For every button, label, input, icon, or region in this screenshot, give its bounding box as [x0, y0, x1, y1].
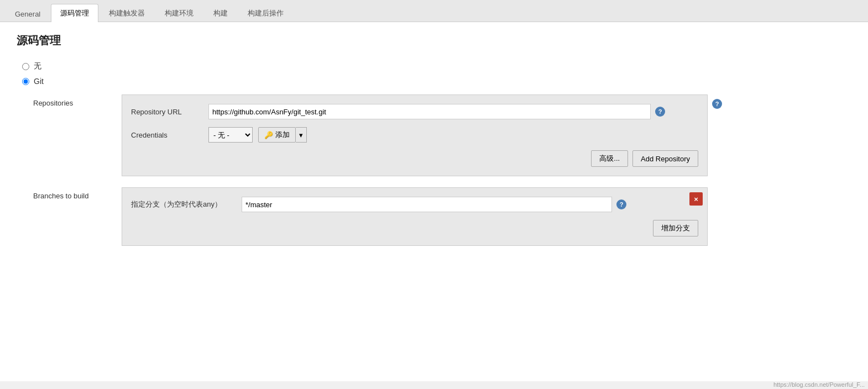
repository-url-input[interactable] [208, 104, 651, 119]
radio-none[interactable] [22, 63, 29, 70]
tab-build-trigger[interactable]: 构建触发器 [100, 4, 154, 22]
tab-build-env[interactable]: 构建环境 [155, 4, 203, 22]
radio-none-item[interactable]: 无 [22, 61, 851, 71]
repository-url-label: Repository URL [131, 108, 208, 116]
repositories-section: Repositories Repository URL ? Credential… [33, 94, 851, 176]
tab-bar: General 源码管理 构建触发器 构建环境 构建 构建后操作 [0, 0, 868, 22]
advanced-button[interactable]: 高级... [591, 150, 628, 167]
tab-build[interactable]: 构建 [204, 4, 237, 22]
tab-source-management[interactable]: 源码管理 [51, 4, 98, 22]
add-branch-button[interactable]: 增加分支 [653, 220, 698, 236]
key-icon: 🔑 [264, 131, 273, 139]
branches-label: Branches to build [33, 187, 122, 200]
credentials-select[interactable]: - 无 - [208, 127, 253, 143]
repositories-panel: Repository URL ? Credentials - 无 - 🔑 添加 … [122, 94, 708, 176]
branches-section: Branches to build × 指定分支（为空时代表any） ? 增加分… [33, 187, 851, 246]
tab-post-build[interactable]: 构建后操作 [238, 4, 293, 22]
branch-specifier-label: 指定分支（为空时代表any） [131, 199, 242, 209]
credentials-row: Credentials - 无 - 🔑 添加 ▾ [131, 127, 698, 143]
radio-git[interactable] [22, 78, 29, 85]
main-content: 源码管理 无 Git Repositories Repository URL ?… [0, 22, 868, 381]
radio-group: 无 Git [22, 61, 851, 86]
repository-url-help-icon[interactable]: ? [655, 107, 665, 117]
branch-specifier-row: 指定分支（为空时代表any） ? [131, 197, 698, 212]
page-title: 源码管理 [17, 33, 851, 48]
radio-git-item[interactable]: Git [22, 77, 851, 86]
add-credentials-button[interactable]: 🔑 添加 [258, 127, 296, 143]
radio-git-label: Git [34, 77, 44, 86]
branch-specifier-help-icon[interactable]: ? [616, 199, 626, 209]
repositories-label: Repositories [33, 94, 122, 107]
repositories-section-help-icon[interactable]: ? [712, 99, 722, 109]
branches-panel: × 指定分支（为空时代表any） ? 增加分支 [122, 187, 708, 246]
dropdown-arrow-icon: ▾ [299, 131, 303, 139]
repositories-actions: 高级... Add Repository [131, 150, 698, 167]
add-repository-button[interactable]: Add Repository [632, 150, 698, 167]
repository-url-row: Repository URL ? [131, 104, 698, 119]
credentials-label: Credentials [131, 131, 208, 139]
tab-general[interactable]: General [6, 6, 50, 22]
branches-actions: 增加分支 [131, 220, 698, 236]
add-credentials-dropdown-button[interactable]: ▾ [296, 127, 307, 143]
branch-specifier-input[interactable] [242, 197, 612, 212]
radio-none-label: 无 [34, 61, 41, 71]
add-credentials-label: 添加 [275, 130, 290, 140]
close-branch-button[interactable]: × [689, 192, 703, 206]
